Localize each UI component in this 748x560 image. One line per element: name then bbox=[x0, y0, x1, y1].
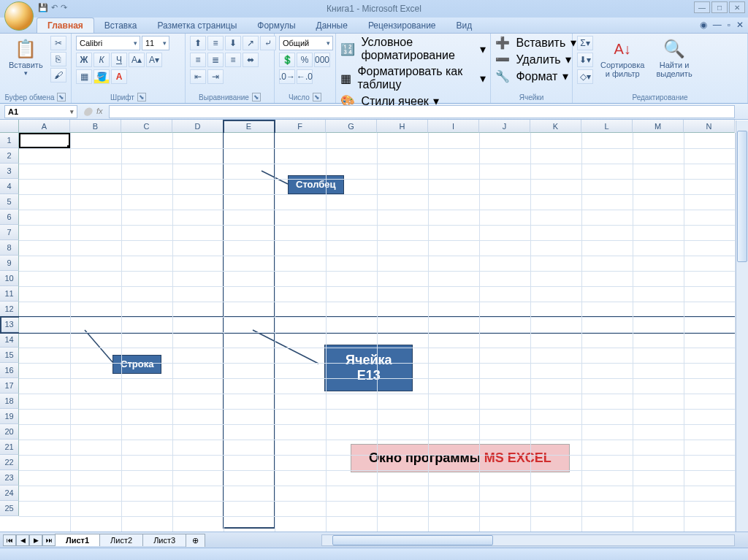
launcher-icon[interactable]: ⬊ bbox=[137, 93, 146, 101]
cut-icon[interactable]: ✂ bbox=[50, 36, 66, 50]
currency-icon[interactable]: 💲 bbox=[279, 53, 295, 67]
align-center-icon[interactable]: ≣ bbox=[207, 53, 224, 67]
vertical-scrollbar[interactable] bbox=[736, 120, 748, 532]
spreadsheet-grid[interactable]: 1234567891011121314151617181920212223242… bbox=[0, 120, 748, 532]
row-header[interactable]: 24 bbox=[0, 486, 19, 501]
tab-data[interactable]: Данные bbox=[306, 18, 358, 33]
sheet-tab-3[interactable]: Лист3 bbox=[142, 534, 186, 546]
redo-icon[interactable]: ↷ bbox=[61, 3, 67, 12]
row-header[interactable]: 17 bbox=[0, 378, 19, 394]
close-button[interactable]: ✕ bbox=[729, 1, 745, 13]
sheet-nav-prev-icon[interactable]: ◀ bbox=[16, 534, 29, 546]
sheet-tab-1[interactable]: Лист1 bbox=[55, 534, 100, 546]
row-header[interactable]: 1 bbox=[0, 133, 19, 148]
undo-icon[interactable]: ↶ bbox=[51, 3, 58, 12]
row-header[interactable]: 6 bbox=[0, 210, 19, 225]
column-header[interactable]: I bbox=[428, 120, 479, 133]
sheet-nav-last-icon[interactable]: ⏭ bbox=[42, 534, 56, 546]
font-name-combo[interactable]: Calibri bbox=[76, 36, 140, 50]
column-header[interactable]: M bbox=[633, 120, 684, 133]
fill-color-icon[interactable]: 🪣 bbox=[94, 69, 110, 84]
save-icon[interactable]: 💾 bbox=[38, 3, 48, 12]
name-box[interactable]: A1 bbox=[4, 105, 77, 118]
row-header[interactable]: 15 bbox=[0, 348, 19, 363]
format-painter-icon[interactable]: 🖌 bbox=[50, 68, 66, 83]
formula-bar[interactable] bbox=[109, 105, 735, 118]
border-icon[interactable]: ▦ bbox=[76, 69, 92, 84]
orientation-icon[interactable]: ↗ bbox=[243, 36, 259, 50]
column-header[interactable]: G bbox=[326, 120, 377, 133]
column-header[interactable]: E bbox=[224, 120, 275, 133]
copy-icon[interactable]: ⎘ bbox=[50, 52, 66, 66]
format-cells-button[interactable]: 🔧 Формат ▾ bbox=[495, 69, 568, 83]
sheet-nav-next-icon[interactable]: ▶ bbox=[29, 534, 42, 546]
decrease-font-icon[interactable]: A▾ bbox=[146, 53, 162, 67]
wrap-text-icon[interactable]: ⤶ bbox=[260, 36, 276, 50]
help-icon[interactable]: ◉ bbox=[700, 20, 707, 30]
row-header[interactable]: 16 bbox=[0, 363, 19, 378]
column-header[interactable]: C bbox=[121, 120, 172, 133]
underline-button[interactable]: Ч bbox=[111, 53, 127, 67]
increase-font-icon[interactable]: A▴ bbox=[129, 53, 145, 67]
delete-cells-button[interactable]: ➖ Удалить ▾ bbox=[495, 53, 571, 66]
select-all-corner[interactable] bbox=[0, 120, 19, 133]
row-header[interactable]: 2 bbox=[0, 148, 19, 164]
clear-icon[interactable]: ◇▾ bbox=[577, 69, 593, 84]
percent-icon[interactable]: % bbox=[297, 53, 313, 67]
row-header[interactable]: 9 bbox=[0, 256, 19, 271]
row-header[interactable]: 22 bbox=[0, 455, 19, 470]
align-right-icon[interactable]: ≡ bbox=[225, 53, 241, 67]
column-header[interactable]: L bbox=[581, 120, 633, 133]
comma-icon[interactable]: 000 bbox=[314, 53, 330, 67]
font-color-icon[interactable]: A bbox=[111, 69, 127, 84]
doc-restore-icon[interactable]: ▫ bbox=[728, 20, 730, 30]
column-header[interactable]: F bbox=[275, 120, 326, 133]
row-header[interactable]: 5 bbox=[0, 194, 19, 210]
italic-button[interactable]: К bbox=[94, 53, 110, 67]
row-header[interactable]: 12 bbox=[0, 302, 19, 317]
minimize-button[interactable]: — bbox=[694, 1, 710, 13]
row-header[interactable]: 23 bbox=[0, 470, 19, 486]
fill-icon[interactable]: ⬇▾ bbox=[577, 53, 593, 67]
doc-close-icon[interactable]: ✕ bbox=[736, 20, 744, 30]
increase-indent-icon[interactable]: ⇥ bbox=[207, 69, 224, 84]
column-header[interactable]: H bbox=[377, 120, 428, 133]
sheet-tab-2[interactable]: Лист2 bbox=[99, 534, 143, 546]
row-header[interactable]: 18 bbox=[0, 394, 19, 409]
row-header[interactable]: 21 bbox=[0, 440, 19, 455]
column-header[interactable]: J bbox=[479, 120, 530, 133]
align-top-icon[interactable]: ⬆ bbox=[190, 36, 206, 50]
row-header[interactable]: 11 bbox=[0, 286, 19, 302]
tab-formulas[interactable]: Формулы bbox=[247, 18, 305, 33]
decrease-indent-icon[interactable]: ⇤ bbox=[190, 69, 206, 84]
sort-filter-button[interactable]: A↓ Сортировка и фильтр bbox=[596, 36, 649, 80]
tab-insert[interactable]: Вставка bbox=[94, 18, 148, 33]
cond-format-button[interactable]: 🔢 Условное форматирование ▾ bbox=[340, 36, 486, 62]
tab-view[interactable]: Вид bbox=[446, 18, 483, 33]
align-left-icon[interactable]: ≡ bbox=[190, 53, 206, 67]
column-header[interactable]: A bbox=[19, 120, 70, 133]
horizontal-scrollbar[interactable] bbox=[321, 534, 735, 546]
office-button[interactable] bbox=[4, 1, 34, 31]
find-select-button[interactable]: 🔍 Найти и выделить bbox=[652, 36, 696, 80]
launcher-icon[interactable]: ⬊ bbox=[252, 93, 261, 101]
font-size-combo[interactable]: 11 bbox=[142, 36, 169, 50]
sheet-nav-first-icon[interactable]: ⏮ bbox=[3, 534, 16, 546]
row-header[interactable]: 7 bbox=[0, 225, 19, 240]
merge-icon[interactable]: ⬌ bbox=[243, 53, 259, 67]
tab-pagelayout[interactable]: Разметка страницы bbox=[147, 18, 247, 33]
row-header[interactable]: 13 bbox=[0, 317, 19, 332]
increase-decimal-icon[interactable]: .0→ bbox=[279, 69, 295, 84]
align-bottom-icon[interactable]: ⬇ bbox=[225, 36, 241, 50]
new-sheet-icon[interactable]: ⊕ bbox=[186, 534, 205, 547]
fx-cancel-icon[interactable]: ⬤ bbox=[83, 107, 92, 116]
column-header[interactable]: N bbox=[684, 120, 735, 133]
column-header[interactable]: B bbox=[70, 120, 121, 133]
tab-review[interactable]: Рецензирование bbox=[358, 18, 446, 33]
row-header[interactable]: 10 bbox=[0, 271, 19, 286]
paste-button[interactable]: 📋 Вставить ▾ bbox=[4, 36, 47, 78]
row-header[interactable]: 20 bbox=[0, 424, 19, 440]
doc-minimize-icon[interactable]: — bbox=[713, 20, 722, 30]
fx-label[interactable]: fx bbox=[96, 107, 103, 116]
active-cell[interactable] bbox=[19, 133, 70, 148]
